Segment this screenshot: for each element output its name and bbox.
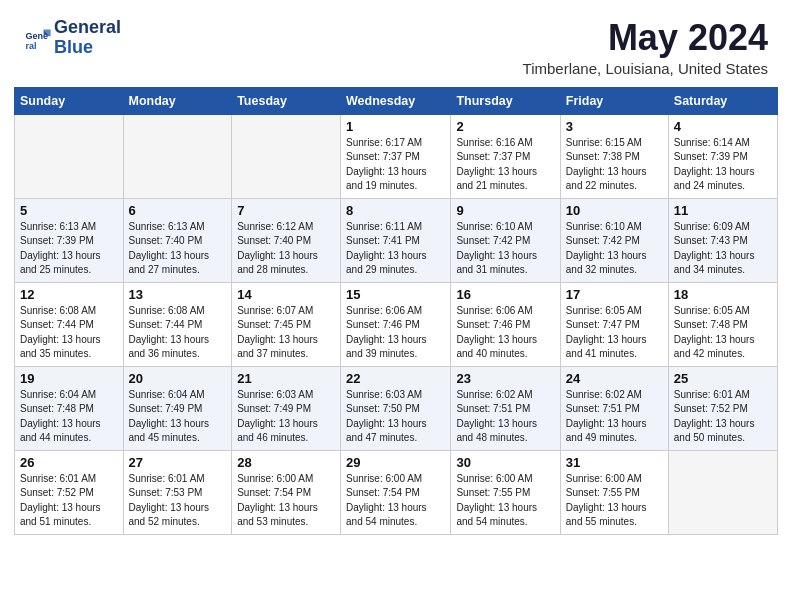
week-row-4: 19Sunrise: 6:04 AM Sunset: 7:48 PM Dayli… — [15, 366, 778, 450]
day-number: 9 — [456, 203, 554, 218]
calendar-cell: 15Sunrise: 6:06 AM Sunset: 7:46 PM Dayli… — [341, 282, 451, 366]
logo-line1: General — [54, 18, 121, 38]
day-number: 5 — [20, 203, 118, 218]
day-info: Sunrise: 6:14 AM Sunset: 7:39 PM Dayligh… — [674, 136, 772, 194]
day-number: 21 — [237, 371, 335, 386]
day-info: Sunrise: 6:10 AM Sunset: 7:42 PM Dayligh… — [566, 220, 663, 278]
calendar-cell: 25Sunrise: 6:01 AM Sunset: 7:52 PM Dayli… — [668, 366, 777, 450]
weekday-header-row: SundayMondayTuesdayWednesdayThursdayFrid… — [15, 87, 778, 114]
calendar-cell: 16Sunrise: 6:06 AM Sunset: 7:46 PM Dayli… — [451, 282, 560, 366]
calendar-cell: 19Sunrise: 6:04 AM Sunset: 7:48 PM Dayli… — [15, 366, 124, 450]
calendar-cell: 20Sunrise: 6:04 AM Sunset: 7:49 PM Dayli… — [123, 366, 232, 450]
day-info: Sunrise: 6:01 AM Sunset: 7:53 PM Dayligh… — [129, 472, 227, 530]
day-info: Sunrise: 6:02 AM Sunset: 7:51 PM Dayligh… — [456, 388, 554, 446]
location-title: Timberlane, Louisiana, United States — [523, 60, 768, 77]
calendar-cell: 31Sunrise: 6:00 AM Sunset: 7:55 PM Dayli… — [560, 450, 668, 534]
day-number: 15 — [346, 287, 445, 302]
day-info: Sunrise: 6:00 AM Sunset: 7:54 PM Dayligh… — [346, 472, 445, 530]
month-title: May 2024 — [523, 18, 768, 58]
calendar-cell: 11Sunrise: 6:09 AM Sunset: 7:43 PM Dayli… — [668, 198, 777, 282]
day-info: Sunrise: 6:05 AM Sunset: 7:47 PM Dayligh… — [566, 304, 663, 362]
calendar-cell: 10Sunrise: 6:10 AM Sunset: 7:42 PM Dayli… — [560, 198, 668, 282]
week-row-3: 12Sunrise: 6:08 AM Sunset: 7:44 PM Dayli… — [15, 282, 778, 366]
day-number: 1 — [346, 119, 445, 134]
day-number: 6 — [129, 203, 227, 218]
week-row-5: 26Sunrise: 6:01 AM Sunset: 7:52 PM Dayli… — [15, 450, 778, 534]
calendar-cell: 23Sunrise: 6:02 AM Sunset: 7:51 PM Dayli… — [451, 366, 560, 450]
calendar-cell — [15, 114, 124, 198]
calendar-cell: 9Sunrise: 6:10 AM Sunset: 7:42 PM Daylig… — [451, 198, 560, 282]
day-number: 7 — [237, 203, 335, 218]
day-number: 14 — [237, 287, 335, 302]
day-info: Sunrise: 6:09 AM Sunset: 7:43 PM Dayligh… — [674, 220, 772, 278]
title-area: May 2024 Timberlane, Louisiana, United S… — [523, 18, 768, 77]
calendar-cell: 29Sunrise: 6:00 AM Sunset: 7:54 PM Dayli… — [341, 450, 451, 534]
day-info: Sunrise: 6:15 AM Sunset: 7:38 PM Dayligh… — [566, 136, 663, 194]
day-info: Sunrise: 6:06 AM Sunset: 7:46 PM Dayligh… — [346, 304, 445, 362]
day-info: Sunrise: 6:05 AM Sunset: 7:48 PM Dayligh… — [674, 304, 772, 362]
calendar-cell: 1Sunrise: 6:17 AM Sunset: 7:37 PM Daylig… — [341, 114, 451, 198]
calendar-cell — [123, 114, 232, 198]
day-info: Sunrise: 6:07 AM Sunset: 7:45 PM Dayligh… — [237, 304, 335, 362]
day-info: Sunrise: 6:08 AM Sunset: 7:44 PM Dayligh… — [20, 304, 118, 362]
calendar-cell: 18Sunrise: 6:05 AM Sunset: 7:48 PM Dayli… — [668, 282, 777, 366]
day-number: 24 — [566, 371, 663, 386]
day-number: 19 — [20, 371, 118, 386]
day-number: 20 — [129, 371, 227, 386]
day-info: Sunrise: 6:16 AM Sunset: 7:37 PM Dayligh… — [456, 136, 554, 194]
weekday-saturday: Saturday — [668, 87, 777, 114]
calendar-cell: 13Sunrise: 6:08 AM Sunset: 7:44 PM Dayli… — [123, 282, 232, 366]
day-number: 11 — [674, 203, 772, 218]
header: Gene ral General Blue May 2024 Timberlan… — [0, 0, 792, 87]
weekday-thursday: Thursday — [451, 87, 560, 114]
calendar-cell: 22Sunrise: 6:03 AM Sunset: 7:50 PM Dayli… — [341, 366, 451, 450]
day-number: 26 — [20, 455, 118, 470]
day-info: Sunrise: 6:11 AM Sunset: 7:41 PM Dayligh… — [346, 220, 445, 278]
day-info: Sunrise: 6:06 AM Sunset: 7:46 PM Dayligh… — [456, 304, 554, 362]
week-row-2: 5Sunrise: 6:13 AM Sunset: 7:39 PM Daylig… — [15, 198, 778, 282]
weekday-wednesday: Wednesday — [341, 87, 451, 114]
calendar-cell: 7Sunrise: 6:12 AM Sunset: 7:40 PM Daylig… — [232, 198, 341, 282]
logo-line2: Blue — [54, 38, 121, 58]
day-number: 4 — [674, 119, 772, 134]
day-number: 28 — [237, 455, 335, 470]
day-number: 16 — [456, 287, 554, 302]
calendar-cell: 2Sunrise: 6:16 AM Sunset: 7:37 PM Daylig… — [451, 114, 560, 198]
day-number: 3 — [566, 119, 663, 134]
day-number: 31 — [566, 455, 663, 470]
logo: Gene ral General Blue — [24, 18, 121, 58]
day-number: 27 — [129, 455, 227, 470]
calendar-cell: 12Sunrise: 6:08 AM Sunset: 7:44 PM Dayli… — [15, 282, 124, 366]
calendar-cell: 26Sunrise: 6:01 AM Sunset: 7:52 PM Dayli… — [15, 450, 124, 534]
day-number: 8 — [346, 203, 445, 218]
calendar-cell: 5Sunrise: 6:13 AM Sunset: 7:39 PM Daylig… — [15, 198, 124, 282]
day-number: 30 — [456, 455, 554, 470]
calendar-cell: 28Sunrise: 6:00 AM Sunset: 7:54 PM Dayli… — [232, 450, 341, 534]
day-info: Sunrise: 6:01 AM Sunset: 7:52 PM Dayligh… — [20, 472, 118, 530]
day-number: 10 — [566, 203, 663, 218]
calendar-cell: 24Sunrise: 6:02 AM Sunset: 7:51 PM Dayli… — [560, 366, 668, 450]
calendar-cell — [668, 450, 777, 534]
week-row-1: 1Sunrise: 6:17 AM Sunset: 7:37 PM Daylig… — [15, 114, 778, 198]
day-info: Sunrise: 6:12 AM Sunset: 7:40 PM Dayligh… — [237, 220, 335, 278]
weekday-sunday: Sunday — [15, 87, 124, 114]
day-info: Sunrise: 6:13 AM Sunset: 7:39 PM Dayligh… — [20, 220, 118, 278]
weekday-monday: Monday — [123, 87, 232, 114]
calendar-cell: 4Sunrise: 6:14 AM Sunset: 7:39 PM Daylig… — [668, 114, 777, 198]
day-info: Sunrise: 6:04 AM Sunset: 7:49 PM Dayligh… — [129, 388, 227, 446]
calendar-cell: 30Sunrise: 6:00 AM Sunset: 7:55 PM Dayli… — [451, 450, 560, 534]
day-number: 12 — [20, 287, 118, 302]
day-number: 23 — [456, 371, 554, 386]
day-info: Sunrise: 6:00 AM Sunset: 7:54 PM Dayligh… — [237, 472, 335, 530]
calendar-cell: 27Sunrise: 6:01 AM Sunset: 7:53 PM Dayli… — [123, 450, 232, 534]
day-number: 25 — [674, 371, 772, 386]
day-number: 18 — [674, 287, 772, 302]
day-info: Sunrise: 6:13 AM Sunset: 7:40 PM Dayligh… — [129, 220, 227, 278]
calendar-cell: 8Sunrise: 6:11 AM Sunset: 7:41 PM Daylig… — [341, 198, 451, 282]
day-info: Sunrise: 6:03 AM Sunset: 7:50 PM Dayligh… — [346, 388, 445, 446]
calendar-wrap: SundayMondayTuesdayWednesdayThursdayFrid… — [0, 87, 792, 549]
calendar-cell — [232, 114, 341, 198]
day-info: Sunrise: 6:00 AM Sunset: 7:55 PM Dayligh… — [456, 472, 554, 530]
day-number: 17 — [566, 287, 663, 302]
day-info: Sunrise: 6:10 AM Sunset: 7:42 PM Dayligh… — [456, 220, 554, 278]
